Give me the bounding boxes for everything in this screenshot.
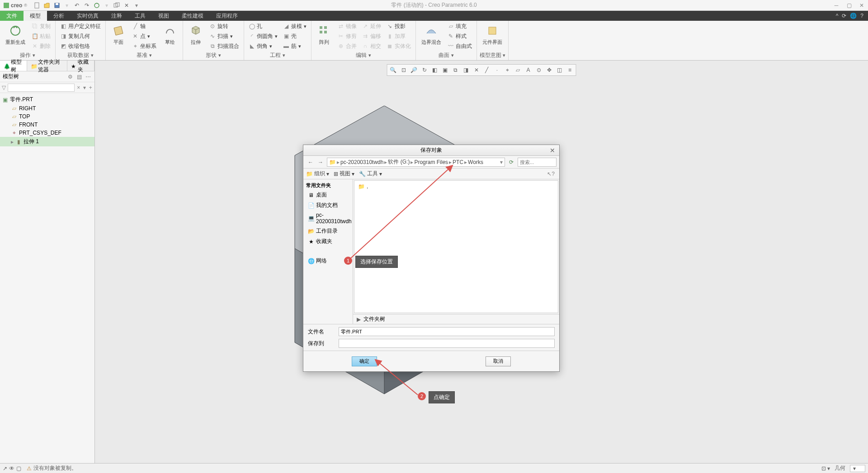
nav-fwd-button[interactable]: →: [316, 158, 325, 167]
tab-file[interactable]: 文件: [0, 11, 24, 21]
sync-icon[interactable]: ⟳: [842, 13, 846, 19]
style-button[interactable]: ✎样式: [446, 32, 474, 41]
chamfer-button[interactable]: ◣倒角 ▾: [247, 42, 279, 51]
sweep-button[interactable]: ∿扫描 ▾: [208, 32, 241, 41]
status-filter-label[interactable]: 几何: [835, 464, 845, 472]
hole-button[interactable]: ◯孔: [247, 22, 279, 31]
round-button[interactable]: ◜倒圆角 ▾: [247, 32, 279, 41]
windows-button[interactable]: [112, 1, 121, 10]
tab-flex-model[interactable]: 柔性建模: [175, 11, 210, 21]
tree-node-right[interactable]: ▱RIGHT: [0, 104, 94, 112]
tab-analysis[interactable]: 分析: [47, 11, 71, 21]
saveto-input[interactable]: [339, 339, 555, 348]
views-dropdown[interactable]: ⊞视图 ▾: [334, 170, 354, 178]
extrude-button[interactable]: 拉伸: [186, 22, 206, 47]
3d-pan-button[interactable]: ✥: [544, 66, 554, 75]
breadcrumb-programfiles[interactable]: Program Files: [414, 159, 448, 165]
breadcrumb-works[interactable]: Works: [468, 159, 483, 165]
breadcrumb-dropdown[interactable]: ▾: [500, 159, 503, 165]
tree-node-extrude1[interactable]: ▸▮拉伸 1: [0, 137, 94, 146]
redo-button[interactable]: ↷: [82, 1, 91, 10]
tab-applications[interactable]: 应用程序: [210, 11, 244, 21]
tree-node-top[interactable]: ▱TOP: [0, 112, 94, 121]
repaint-button[interactable]: ↻: [420, 66, 429, 75]
refresh-button[interactable]: ⟳: [507, 158, 516, 167]
annotation-display-button[interactable]: A: [524, 66, 533, 75]
zoom-fit-button[interactable]: ⊡: [399, 66, 409, 75]
maximize-button[interactable]: ▢: [843, 1, 855, 10]
minimize-button[interactable]: ─: [830, 1, 843, 10]
close-button[interactable]: ✕: [855, 1, 868, 10]
left-tab-folder-browser[interactable]: 📁文件夹浏览器: [27, 61, 67, 71]
tree-tool-settings[interactable]: ⚙: [66, 73, 74, 80]
tree-root[interactable]: ▣零件.PRT: [0, 95, 94, 104]
open-file-button[interactable]: [42, 1, 52, 10]
tree-node-csys[interactable]: ⌖PRT_CSYS_DEF: [0, 129, 94, 137]
collapse-ribbon-button[interactable]: ^: [836, 13, 839, 19]
copy-geom-button[interactable]: ◨复制几何: [58, 32, 103, 41]
cancel-button[interactable]: 取消: [486, 356, 511, 366]
csys-button[interactable]: ⌖坐标系: [130, 42, 158, 51]
view-manager-button[interactable]: ⧉: [451, 66, 461, 75]
ok-button[interactable]: 确定: [352, 356, 377, 366]
sidebar-item-favorites[interactable]: ★收藏夹: [303, 236, 353, 247]
dialog-titlebar[interactable]: 保存对象 ✕: [303, 145, 559, 156]
tree-filter-add[interactable]: +: [89, 84, 93, 91]
revolve-button[interactable]: ⊙旋转: [208, 22, 241, 31]
help-button[interactable]: ?: [860, 13, 863, 19]
tree-filter-input[interactable]: [8, 84, 75, 92]
organize-dropdown[interactable]: 📁组织 ▾: [306, 170, 329, 178]
breadcrumb-pc[interactable]: pc-20200310twdh: [340, 159, 383, 165]
status-icon-arrow[interactable]: ↗: [3, 465, 7, 472]
tree-tool-display[interactable]: ▤: [75, 73, 83, 80]
tree-filter-dropdown[interactable]: ▾: [82, 84, 86, 91]
datum-display-button[interactable]: ✕: [472, 66, 481, 75]
breadcrumb-drive[interactable]: 软件 (G:): [388, 158, 410, 166]
zoom-in-button[interactable]: 🔍: [388, 66, 398, 75]
folder-tree-toggle[interactable]: ▶文件夹树: [353, 314, 559, 324]
status-filter-dropdown[interactable]: ▾: [850, 465, 865, 472]
status-icon-visibility[interactable]: 👁: [9, 465, 14, 472]
axis-button[interactable]: ╱轴: [130, 22, 158, 31]
sidebar-item-desktop[interactable]: 🖥桌面: [303, 190, 353, 200]
layers-button[interactable]: ≡: [565, 66, 575, 75]
point-display-button[interactable]: ·: [492, 66, 502, 75]
left-tab-favorites[interactable]: ★收藏夹: [67, 61, 94, 71]
point-button[interactable]: ✕点 ▾: [130, 32, 158, 41]
tree-filter-clear[interactable]: ×: [76, 84, 80, 91]
close-window-button[interactable]: ✕: [122, 1, 131, 10]
boundary-blend-button[interactable]: 边界混合: [419, 22, 444, 47]
zoom-out-button[interactable]: 🔎: [409, 66, 419, 75]
filename-input[interactable]: [339, 327, 555, 336]
project-button[interactable]: ↘投影: [385, 22, 413, 31]
plane-display-button[interactable]: ▱: [513, 66, 523, 75]
regen-button[interactable]: [92, 1, 101, 10]
draft-button[interactable]: ◢拔模 ▾: [281, 22, 308, 31]
component-interface-button[interactable]: 元件界面: [480, 22, 505, 47]
udf-button[interactable]: ◧用户定义特征: [58, 22, 103, 31]
display-style-button[interactable]: ◧: [430, 66, 440, 75]
dialog-breadcrumb[interactable]: 📁 ▸ pc-20200310twdh ▸ 软件 (G:) ▸ Program …: [327, 158, 505, 167]
sidebar-item-workdir[interactable]: 📂工作目录: [303, 226, 353, 236]
csys-display-button[interactable]: ⌖: [503, 66, 513, 75]
fill-button[interactable]: ▱填充: [446, 22, 474, 31]
status-icon-box[interactable]: ▢: [16, 465, 21, 472]
dialog-close-button[interactable]: ✕: [548, 146, 557, 155]
nav-back-button[interactable]: ←: [306, 158, 315, 167]
tab-annotate[interactable]: 注释: [105, 11, 128, 21]
shrinkwrap-button[interactable]: ◩收缩包络: [58, 42, 103, 51]
undo-button[interactable]: ↶: [72, 1, 81, 10]
perspective-button[interactable]: ◨: [461, 66, 471, 75]
tree-node-front[interactable]: ▱FRONT: [0, 121, 94, 129]
graphics-canvas[interactable]: 🔍 ⊡ 🔎 ↻ ◧ ▣ ⧉ ◨ ✕ ╱ · ⌖ ▱ A ⊙ ✥ ◫ ≡: [95, 61, 868, 463]
qat-customize[interactable]: ▾: [132, 1, 141, 10]
sketch-button[interactable]: 草绘: [160, 22, 180, 47]
sidebar-item-pc[interactable]: 💻pc-20200310twdh: [303, 211, 353, 226]
dialog-search-input[interactable]: [518, 158, 557, 167]
new-file-button[interactable]: [33, 1, 42, 10]
freeform-button[interactable]: 〰自由式: [446, 42, 474, 51]
tab-view[interactable]: 视图: [152, 11, 175, 21]
dialog-file-list[interactable]: 📁.: [354, 180, 558, 313]
breadcrumb-ptc[interactable]: PTC: [453, 159, 463, 165]
left-tab-model-tree[interactable]: 🌲模型树: [0, 61, 27, 71]
